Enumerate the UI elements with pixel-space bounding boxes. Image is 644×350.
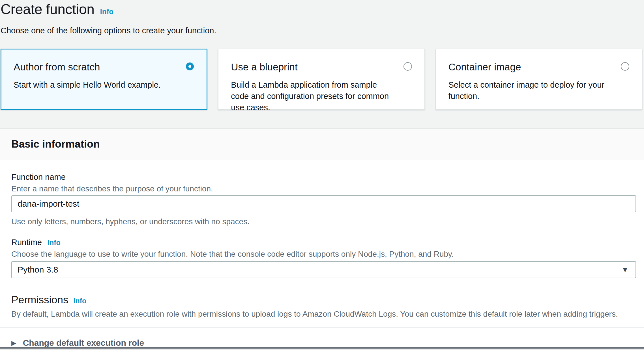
runtime-label-row: Runtime Info — [11, 238, 636, 247]
card-description: Start with a simple Hello World example. — [14, 79, 176, 90]
permissions-info-link[interactable]: Info — [74, 297, 87, 305]
page-bottom-strip — [0, 349, 644, 350]
page-subtitle: Choose one of the following options to c… — [1, 26, 216, 35]
runtime-label: Runtime — [11, 238, 42, 247]
function-name-constraint: Use only letters, numbers, hyphens, or u… — [11, 217, 636, 226]
card-container-image[interactable]: Container image Select a container image… — [435, 49, 642, 110]
basic-information-heading: Basic information — [11, 138, 644, 150]
title-row: Create function Info — [1, 1, 113, 18]
runtime-description: Choose the language to use to write your… — [11, 249, 636, 259]
radio-button-container-image[interactable] — [621, 62, 629, 71]
basic-information-body: Function name Enter a name that describe… — [0, 160, 644, 347]
basic-information-header: Basic information — [0, 128, 644, 160]
expander-label: Change default execution role — [23, 338, 144, 348]
page-title: Create function — [1, 1, 95, 18]
permissions-description: By default, Lambda will create an execut… — [11, 309, 636, 319]
function-name-label: Function name — [11, 172, 636, 182]
radio-button-use-a-blueprint[interactable] — [403, 62, 412, 71]
divider — [0, 327, 644, 328]
page-title-info-link[interactable]: Info — [100, 7, 114, 16]
permissions-heading: Permissions — [11, 294, 68, 306]
card-author-from-scratch[interactable]: Author from scratch Start with a simple … — [1, 49, 207, 110]
card-description: Build a Lambda application from sample c… — [231, 79, 393, 113]
card-title: Use a blueprint — [231, 61, 393, 73]
change-default-execution-role-expander[interactable]: ▶ Change default execution role — [11, 338, 636, 348]
card-use-a-blueprint[interactable]: Use a blueprint Build a Lambda applicati… — [218, 49, 425, 110]
page-header: Create function Info Choose one of the f… — [0, 0, 644, 128]
chevron-down-icon: ▼ — [621, 265, 629, 274]
expander-arrow-icon: ▶ — [11, 340, 16, 346]
card-title: Container image — [448, 61, 611, 73]
card-title: Author from scratch — [14, 61, 176, 73]
runtime-selected-option: Python 3.8 — [18, 265, 58, 275]
radio-button-author-from-scratch[interactable] — [186, 62, 194, 70]
function-name-input[interactable] — [11, 195, 636, 212]
runtime-info-link[interactable]: Info — [48, 239, 61, 247]
permissions-heading-row: Permissions Info — [11, 294, 636, 306]
function-name-description: Enter a name that describes the purpose … — [11, 184, 636, 194]
card-description: Select a container image to deploy for y… — [448, 79, 611, 102]
creation-option-cards: Author from scratch Start with a simple … — [1, 49, 642, 110]
runtime-select[interactable]: Python 3.8 ▼ — [11, 261, 636, 278]
